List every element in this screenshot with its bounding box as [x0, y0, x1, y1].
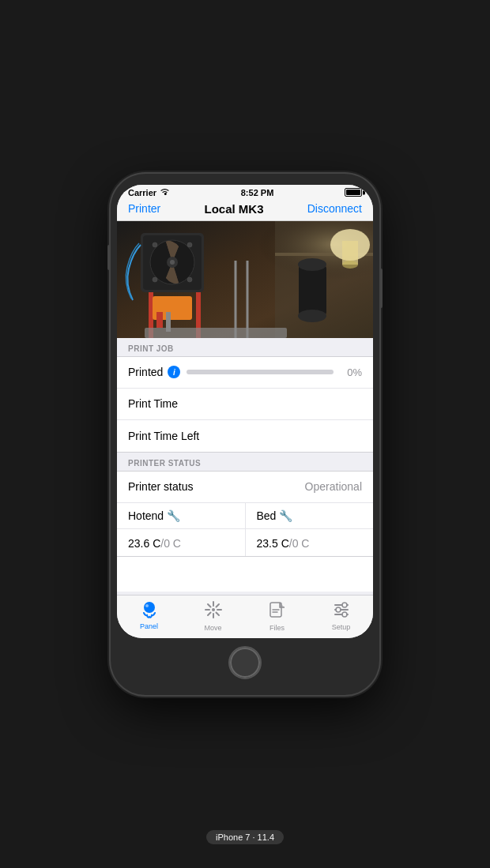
bed-target: /0 C — [289, 537, 310, 550]
hotend-cell: Hotend 🔧 — [117, 503, 246, 528]
tab-files[interactable]: Files — [258, 600, 297, 632]
status-time: 8:52 PM — [241, 188, 274, 197]
print-time-left-row: Print Time Left — [117, 420, 373, 452]
printer-status-row: Printer status Operational — [117, 472, 373, 503]
temp-values-row: 23.6 C/0 C 23.5 C/0 C — [117, 529, 373, 556]
bed-label: Bed — [257, 509, 277, 522]
bed-temp: 23.5 C — [257, 537, 289, 550]
tab-move[interactable]: Move — [194, 600, 233, 632]
svg-line-38 — [208, 612, 211, 615]
print-time-label: Print Time — [128, 397, 178, 410]
svg-point-22 — [187, 242, 192, 247]
svg-point-24 — [153, 277, 157, 282]
svg-rect-14 — [156, 312, 163, 328]
printer-status-label: Printer status — [128, 480, 193, 493]
tab-bar: Panel Move — [117, 595, 373, 638]
svg-rect-7 — [299, 265, 326, 316]
camera-area — [117, 221, 373, 338]
printer-status-value: Operational — [305, 480, 362, 493]
device-label: iPhone 7 · 11.4 — [206, 830, 284, 844]
panel-tab-icon — [140, 601, 159, 621]
hotend-temp-cell: 23.6 C/0 C — [117, 529, 246, 556]
svg-point-30 — [212, 608, 215, 611]
print-job-section-header: PRINT JOB — [117, 338, 373, 356]
hotend-temp: 23.6 C — [128, 537, 160, 550]
screen-wrapper: Carrier 8:52 PM Printer Local MK3 — [117, 185, 373, 638]
svg-point-6 — [342, 261, 358, 269]
svg-point-8 — [298, 258, 326, 271]
bed-temp-cell: 23.5 C/0 C — [246, 529, 374, 556]
panel-tab-label: Panel — [140, 622, 158, 630]
files-tab-icon — [269, 600, 286, 622]
move-tab-icon — [204, 600, 223, 622]
svg-point-21 — [153, 242, 157, 247]
svg-line-36 — [216, 612, 219, 615]
svg-line-35 — [208, 604, 211, 607]
svg-rect-27 — [145, 328, 287, 338]
home-button-area — [117, 638, 373, 684]
progress-percent: 0% — [340, 366, 362, 378]
svg-point-9 — [298, 310, 326, 322]
setup-tab-label: Setup — [332, 623, 351, 631]
svg-point-23 — [187, 277, 192, 282]
disconnect-button[interactable]: Disconnect — [307, 202, 362, 215]
svg-point-29 — [145, 604, 149, 607]
temp-labels-row: Hotend 🔧 Bed 🔧 — [117, 503, 373, 529]
print-time-left-label: Print Time Left — [128, 430, 199, 442]
hotend-wrench-icon: 🔧 — [167, 509, 180, 522]
info-icon[interactable]: i — [168, 366, 180, 378]
printed-row: Printed i 0% — [117, 357, 373, 389]
tab-setup[interactable]: Setup — [322, 601, 361, 631]
tab-panel[interactable]: Panel — [130, 601, 169, 630]
nav-bar: Printer Local MK3 Disconnect — [117, 199, 373, 221]
printed-label: Printed — [128, 366, 163, 378]
status-bar: Carrier 8:52 PM — [117, 185, 373, 199]
content-area: PRINT JOB Printed i 0% — [117, 338, 373, 595]
files-tab-label: Files — [270, 624, 285, 632]
setup-tab-icon — [333, 601, 350, 622]
wifi-icon — [160, 188, 170, 197]
home-button[interactable] — [228, 646, 262, 679]
battery-icon — [345, 188, 362, 197]
printer-status-card: Printer status Operational Hotend 🔧 Bed — [117, 471, 373, 557]
svg-point-28 — [144, 602, 155, 613]
svg-line-37 — [216, 604, 219, 607]
empty-spacer — [117, 557, 373, 592]
back-button[interactable]: Printer — [128, 202, 160, 215]
progress-bar — [187, 370, 334, 374]
hotend-label: Hotend — [128, 509, 164, 522]
hotend-target: /0 C — [160, 537, 181, 550]
bed-cell: Bed 🔧 — [246, 503, 374, 528]
bed-wrench-icon: 🔧 — [279, 509, 292, 522]
move-tab-label: Move — [204, 624, 221, 632]
carrier-label: Carrier — [128, 188, 156, 197]
nav-title: Local MK3 — [204, 202, 263, 216]
svg-point-20 — [170, 260, 175, 265]
print-time-row: Print Time — [117, 389, 373, 420]
printer-status-section-header: PRINTER STATUS — [117, 453, 373, 471]
phone-outer: Carrier 8:52 PM Printer Local MK3 — [111, 174, 379, 695]
print-job-card: Printed i 0% Print Time — [117, 356, 373, 453]
